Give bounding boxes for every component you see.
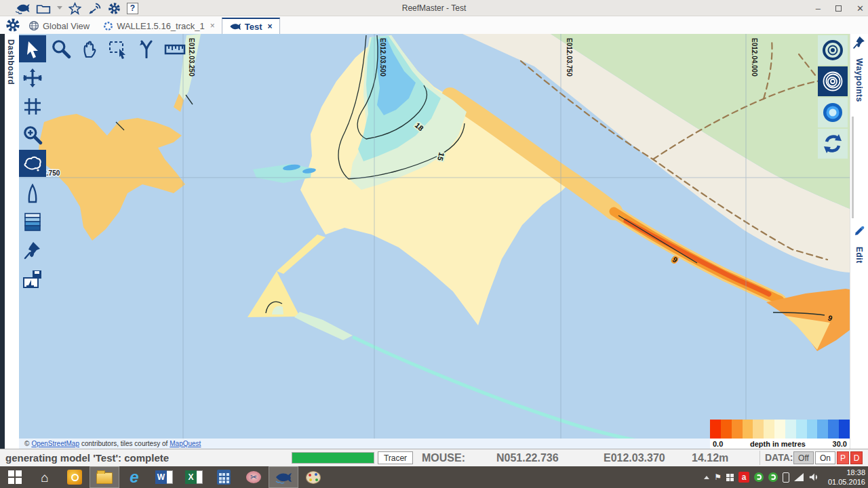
data-off-button[interactable]: Off — [793, 451, 814, 464]
cursor-icon — [23, 39, 42, 58]
svg-text:E012.03.750: E012.03.750 — [566, 38, 573, 77]
mouse-latitude: N051.22.736 — [496, 449, 559, 466]
progress-bar — [292, 452, 374, 464]
tray-flag-icon[interactable]: ⚑ — [714, 472, 722, 482]
taskbar-paint[interactable] — [298, 466, 328, 488]
tabs-gear-icon[interactable] — [5, 18, 20, 35]
zoom-in-icon — [22, 125, 43, 145]
mouse-depth: 14.12m — [692, 449, 728, 466]
dashboard-collapsed-edge[interactable] — [0, 34, 5, 449]
refresh-model-button[interactable] — [818, 129, 848, 159]
save-map-button[interactable] — [19, 266, 46, 293]
ie-icon: e — [130, 469, 138, 485]
tab-test[interactable]: Test × — [222, 18, 280, 34]
shaded-relief-button[interactable] — [818, 98, 848, 127]
sidebar-tab-edit[interactable]: Edit — [854, 241, 864, 264]
tab-global-view[interactable]: Global View — [22, 18, 96, 34]
zoom-extents-button[interactable] — [19, 150, 46, 177]
sidebar-tab-waypoints[interactable]: Waypoints — [854, 53, 864, 102]
minimize-button[interactable]: – — [816, 3, 821, 14]
title-bar: ? ReefMaster - Test – ✕ — [0, 0, 868, 16]
taskbar-file-explorer[interactable] — [90, 466, 119, 488]
contours-view-button[interactable] — [818, 66, 848, 96]
dashboard-rail: Dashboard — [0, 34, 19, 449]
target-icon — [821, 39, 844, 62]
tray-chevron-icon[interactable] — [704, 476, 709, 479]
tracer-button[interactable]: Tracer — [378, 451, 413, 464]
save-map-icon — [22, 269, 43, 289]
fish-icon — [229, 22, 241, 31]
mapquest-link[interactable]: MapQuest — [170, 440, 201, 447]
select-tool-button[interactable] — [19, 35, 46, 62]
calculator-icon — [217, 470, 231, 485]
taskbar-reefmaster[interactable] — [269, 466, 298, 488]
status-message: generating model 'Test': complete — [5, 449, 169, 466]
grid-icon — [23, 97, 42, 116]
zoom-area-button[interactable] — [19, 121, 46, 148]
taskbar-calculator[interactable] — [209, 466, 239, 488]
sidebar-tab-dashboard[interactable]: Dashboard — [6, 34, 16, 449]
clock-time: 18:38 — [821, 468, 865, 477]
tray-phone-icon[interactable] — [783, 472, 789, 483]
right-rail: Waypoints Edit — [850, 34, 868, 449]
mouse-label: MOUSE: — [422, 449, 465, 466]
tray-antivirus-icon[interactable]: a — [738, 472, 749, 483]
tab-close-icon[interactable]: × — [210, 21, 215, 30]
taskbar-home-button[interactable]: ⌂ — [30, 466, 60, 488]
windows-logo-icon — [8, 470, 22, 484]
attribution-copyright: © — [24, 440, 29, 447]
tray-sync2-icon[interactable] — [768, 472, 778, 482]
hand-icon — [80, 39, 99, 58]
measure-tool-button[interactable] — [161, 35, 189, 62]
depth-points-button[interactable] — [818, 35, 848, 65]
excel-icon: X — [185, 470, 203, 484]
taskbar-internet-explorer[interactable]: e — [119, 466, 149, 488]
waypoint-pin-button[interactable] — [19, 237, 46, 264]
refresh-icon — [821, 132, 844, 155]
osm-link[interactable]: OpenStreetMap — [31, 440, 79, 447]
tab-label: WALLE1.5.16_track_1 — [117, 21, 205, 31]
reefmaster-window: ? ReefMaster - Test – ✕ Global View WALL… — [0, 0, 868, 488]
tray-sync-icon[interactable] — [754, 472, 764, 482]
taskbar-outlook[interactable] — [60, 466, 90, 488]
rail-scrollbar[interactable] — [852, 117, 854, 218]
attribution-text: contributors, tiles courtesy of — [81, 440, 167, 447]
taskbar-excel[interactable]: X — [179, 466, 209, 488]
tab-walle-track[interactable]: WALLE1.5.16_track_1 × — [96, 18, 222, 34]
start-button[interactable] — [0, 466, 30, 488]
area-select-tool-button[interactable] — [104, 35, 132, 62]
taskbar-clock[interactable]: 18:38 01.05.2016 — [821, 468, 865, 487]
tab-close-icon[interactable]: × — [268, 22, 273, 31]
edit-pencil-icon — [853, 225, 865, 240]
tray-volume-icon[interactable] — [808, 472, 819, 482]
data-d-button[interactable]: D — [850, 451, 863, 464]
legend-max: 30.0 — [833, 440, 847, 448]
data-on-button[interactable]: On — [815, 451, 835, 464]
taskbar-word[interactable]: W — [149, 466, 179, 488]
snipping-icon: ✂ — [246, 471, 261, 483]
tray-windows-icon[interactable] — [726, 474, 734, 481]
data-p-button[interactable]: P — [837, 451, 849, 464]
grid-toggle-button[interactable] — [19, 93, 46, 120]
vane-icon — [137, 39, 156, 58]
layers-icon — [23, 212, 42, 232]
mouse-longitude: E012.03.370 — [604, 449, 665, 466]
track-tool-button[interactable] — [133, 35, 160, 62]
status-divider — [760, 451, 760, 465]
tray-network-icon[interactable] — [794, 473, 804, 481]
taskbar-snipping-tool[interactable]: ✂ — [239, 466, 269, 488]
close-button[interactable]: ✕ — [856, 3, 864, 14]
pan-move-button[interactable] — [19, 64, 46, 92]
map-canvas[interactable]: E012.03.250 E012.03.500 E012.03.750 E012… — [19, 34, 850, 449]
zoom-tool-button[interactable] — [47, 35, 75, 62]
depth-layers-button[interactable] — [19, 209, 46, 236]
svg-text:E012.04.000: E012.04.000 — [751, 38, 758, 77]
svg-text:E012.03.500: E012.03.500 — [379, 38, 387, 77]
waypoints-pin-icon — [852, 35, 866, 53]
maximize-button[interactable] — [835, 5, 842, 12]
system-tray: ⚑ a — [704, 466, 819, 488]
progress-fill — [292, 453, 374, 463]
pan-tool-button[interactable] — [76, 35, 103, 62]
boat-view-button[interactable] — [19, 180, 46, 207]
shaded-circle-icon — [821, 101, 844, 124]
